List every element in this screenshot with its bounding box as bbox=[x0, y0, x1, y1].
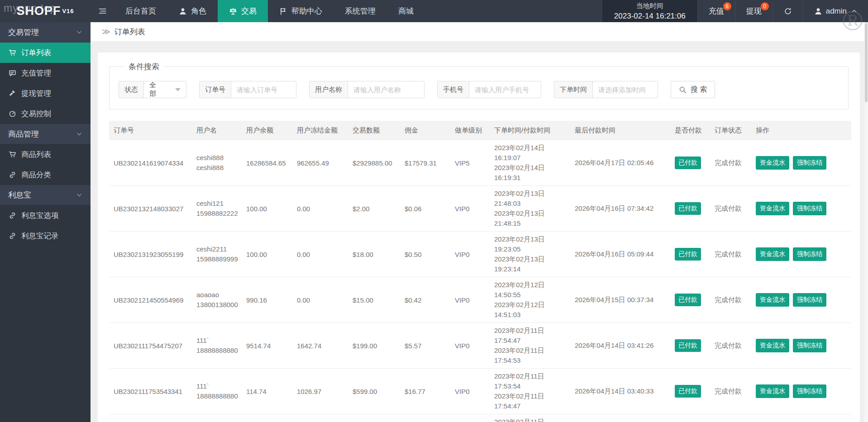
sidebar-item-goods-list[interactable]: 商品列表 bbox=[0, 144, 91, 165]
withdraw-label: 提现 bbox=[746, 6, 762, 16]
user-name: ceshi2211 bbox=[196, 244, 237, 254]
nav-label: 系统管理 bbox=[345, 6, 376, 16]
fund-flow-button[interactable]: 资金流水 bbox=[756, 339, 789, 352]
frozen-amount: 1642.74 bbox=[297, 342, 321, 350]
frozen-amount: 962655.49 bbox=[297, 159, 329, 167]
frozen-amount: 1026.97 bbox=[297, 388, 321, 395]
sidebar-group-goods-manage[interactable]: 商品管理 bbox=[0, 124, 91, 144]
link-icon bbox=[9, 212, 16, 219]
nav-item-system[interactable]: 系统管理 bbox=[334, 0, 387, 22]
fund-flow-button[interactable]: 资金流水 bbox=[756, 247, 789, 261]
status-filter: 状态 全部 bbox=[119, 81, 186, 98]
paid-badge[interactable]: 已付款 bbox=[675, 156, 701, 169]
order-no: UB2302131923055199 bbox=[114, 251, 183, 258]
order-no: UB2302111754475207 bbox=[114, 342, 182, 350]
fund-flow-button[interactable]: 资金流水 bbox=[756, 202, 789, 215]
username-filter: 用户名称 bbox=[309, 81, 424, 98]
sidebar-item-lixibao-options[interactable]: 利息宝选项 bbox=[0, 205, 91, 226]
last-pay-time: 2026年04月17日 02:05:46 bbox=[575, 159, 653, 166]
sidebar-item-recharge-manage[interactable]: 充值管理 bbox=[0, 63, 91, 83]
sidebar-item-withdraw-manage[interactable]: 提现管理 bbox=[0, 83, 91, 104]
username-input[interactable] bbox=[348, 81, 424, 98]
sidebar-group-lixibao[interactable]: 利息宝 bbox=[0, 185, 91, 205]
nav-item-help-center[interactable]: 帮助中心 bbox=[268, 0, 334, 22]
user-phone: ceshi888 bbox=[196, 163, 237, 173]
refresh-button[interactable] bbox=[773, 0, 803, 22]
local-time-label: 当地时间 bbox=[614, 2, 686, 10]
paid-badge[interactable]: 已付款 bbox=[675, 339, 701, 352]
order-times: 2023年02月11日 17:54:472023年02月11日 17:54:53 bbox=[494, 326, 566, 365]
order-no: UB2302141619074334 bbox=[114, 159, 183, 167]
order-no-input[interactable] bbox=[231, 81, 296, 98]
order-times: 2023年02月13日 21:48:032023年02月13日 21:48:15 bbox=[494, 189, 566, 228]
user-balance: 990.16 bbox=[246, 296, 267, 304]
menu-toggle-icon[interactable] bbox=[91, 0, 114, 22]
order-times: 2023年02月11日 17:53:542023年02月11日 17:54:47 bbox=[494, 371, 566, 411]
logo-version: V16 bbox=[62, 8, 74, 14]
status-value: 全部 bbox=[149, 81, 162, 98]
paid-badge[interactable]: 已付款 bbox=[675, 294, 701, 306]
user-cell: aoaoao13800138000 bbox=[196, 290, 237, 310]
user-balance: 100.00 bbox=[246, 205, 267, 213]
nav-item-home[interactable]: 后台首页 bbox=[114, 0, 167, 22]
order-time-label: 下单时间 bbox=[554, 81, 593, 98]
fund-flow-button[interactable]: 资金流水 bbox=[756, 384, 789, 398]
sidebar-item-lixibao-records[interactable]: 利息宝记录 bbox=[0, 226, 91, 246]
nav-item-trade[interactable]: 交易 bbox=[218, 0, 268, 22]
table-row: UB2302111754475207111`188888888809514.74… bbox=[109, 323, 851, 369]
commission: $0.06 bbox=[405, 205, 422, 213]
fund-flow-button[interactable]: 资金流水 bbox=[756, 156, 789, 170]
cart-icon bbox=[9, 49, 16, 57]
frozen-amount: 0.00 bbox=[297, 205, 310, 213]
nav-label: 后台首页 bbox=[125, 6, 156, 16]
nav-item-roles[interactable]: 角色 bbox=[167, 0, 218, 22]
user-balance: 9514.74 bbox=[246, 342, 271, 350]
paid-badge[interactable]: 已付款 bbox=[675, 248, 701, 261]
column-header: 操作 bbox=[751, 121, 851, 140]
chevron-down-icon bbox=[76, 29, 82, 35]
sidebar-item-goods-category[interactable]: 商品分类 bbox=[0, 165, 91, 185]
paid-badge[interactable]: 已付款 bbox=[675, 385, 701, 398]
table-row: UB2302121450554969aoaoao13800138000990.1… bbox=[109, 277, 851, 323]
content-area: 条件搜索 状态 全部 订单号 用户名称 手机号 下单时间 搜 索 订单号用户名用… bbox=[91, 41, 868, 422]
table-header-row: 订单号用户名用户余额用户冻结金额交易数额佣金做单级别下单时间/付款时间最后付款时… bbox=[109, 121, 851, 140]
force-freeze-button[interactable]: 强制冻结 bbox=[793, 339, 826, 352]
force-freeze-button[interactable]: 强制冻结 bbox=[793, 384, 826, 398]
app-logo: SHOPF V16 bbox=[0, 0, 91, 22]
order-time-input[interactable] bbox=[593, 81, 658, 98]
commission: $16.77 bbox=[405, 388, 425, 395]
force-freeze-button[interactable]: 强制冻结 bbox=[793, 156, 826, 170]
nav-label: 帮助中心 bbox=[291, 6, 322, 16]
local-time-block: 当地时间 2023-02-14 16:21:06 bbox=[602, 0, 697, 22]
sidebar-item-trade-control[interactable]: 交易控制 bbox=[0, 104, 91, 124]
withdraw-button[interactable]: 提现 0 bbox=[735, 0, 773, 22]
sidebar-item-order-list[interactable]: 订单列表 bbox=[0, 43, 91, 63]
column-header: 用户冻结金额 bbox=[292, 121, 348, 140]
scrollbar-thumb[interactable] bbox=[865, 23, 868, 102]
order-time: 2023年02月13日 19:23:05 bbox=[494, 234, 566, 254]
local-time-value: 2023-02-14 16:21:06 bbox=[614, 12, 686, 21]
recharge-label: 充值 bbox=[709, 6, 724, 16]
vip-level: VIP5 bbox=[455, 159, 470, 167]
order-time: 2023年02月11日 17:53:54 bbox=[494, 371, 566, 391]
pay-time: 2023年02月13日 19:23:14 bbox=[494, 254, 566, 274]
recharge-badge: 6 bbox=[723, 2, 731, 10]
force-freeze-button[interactable]: 强制冻结 bbox=[793, 293, 826, 307]
recharge-button[interactable]: 充值 6 bbox=[697, 0, 735, 22]
user-icon bbox=[179, 7, 187, 15]
force-freeze-button[interactable]: 强制冻结 bbox=[793, 247, 826, 261]
user-menu[interactable]: admin bbox=[803, 0, 868, 22]
sidebar-group-trade-manage[interactable]: 交易管理 bbox=[0, 22, 91, 43]
paid-badge[interactable]: 已付款 bbox=[675, 202, 701, 215]
phone-input[interactable] bbox=[469, 81, 541, 98]
table-row: UB2302111753543341111`18888888880114.741… bbox=[109, 369, 851, 414]
search-button[interactable]: 搜 索 bbox=[671, 81, 715, 98]
page-scrollbar[interactable] bbox=[864, 22, 868, 422]
nav-item-mall[interactable]: 商城 bbox=[387, 0, 425, 22]
fund-flow-button[interactable]: 资金流水 bbox=[756, 293, 789, 307]
order-no: UB2302111753543341 bbox=[114, 388, 182, 395]
user-balance: 16286584.65 bbox=[246, 159, 286, 167]
force-freeze-button[interactable]: 强制冻结 bbox=[793, 202, 826, 215]
status-select[interactable]: 全部 bbox=[144, 81, 186, 98]
orders-panel: 条件搜索 状态 全部 订单号 用户名称 手机号 下单时间 搜 索 订单号用户名用… bbox=[98, 52, 860, 422]
